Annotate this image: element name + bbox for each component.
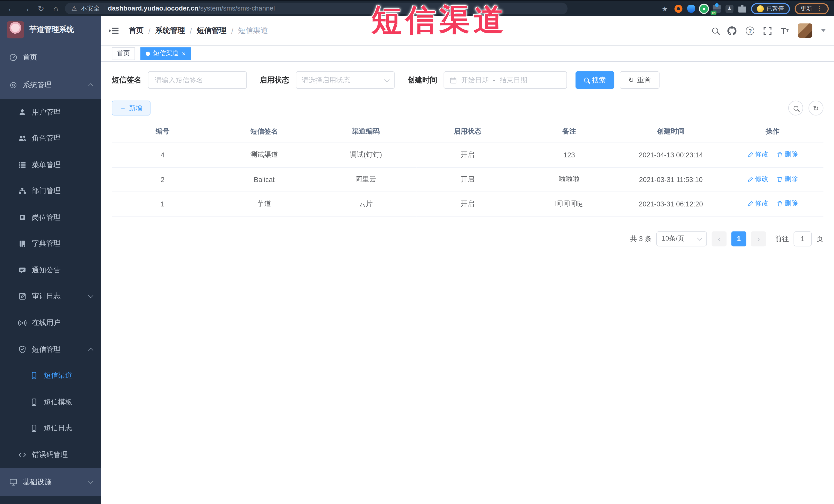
sidebar-item-sms-channel[interactable]: 短信渠道 [0, 363, 101, 389]
toggle-search-button[interactable] [788, 101, 803, 115]
breadcrumb-sms[interactable]: 短信管理 [197, 26, 226, 35]
app-title: 芋道管理系统 [29, 25, 74, 35]
extension-orange-icon[interactable] [674, 5, 682, 13]
edit-pencil-icon [747, 200, 753, 207]
sidebar: 芋道管理系统 首页 系统管理 用户管理 [0, 16, 101, 504]
chevron-up-icon [88, 347, 93, 353]
trash-icon [777, 176, 783, 182]
col-signature: 短信签名 [213, 120, 315, 143]
font-size-icon[interactable]: TT [781, 26, 789, 35]
chevron-down-icon [697, 235, 703, 241]
main-area: 首页 / 系统管理 / 短信管理 / 短信渠道 ? TT [101, 16, 834, 504]
address-bar[interactable]: ⚠ 不安全 dashboard.yudao.iocoder.cn/system/… [65, 3, 568, 14]
book-icon [18, 240, 26, 248]
monitor-icon [9, 478, 18, 486]
sidebar-item-role-mgmt[interactable]: 角色管理 [0, 125, 101, 152]
profile-paused-chip[interactable]: 已暂停 [751, 3, 790, 14]
sidebar-item-post-mgmt[interactable]: 岗位管理 [0, 204, 101, 231]
extensions-puzzle-icon[interactable] [738, 5, 746, 13]
edit-link[interactable]: 修改 [747, 199, 768, 208]
sidebar-item-online-users[interactable]: 在线用户 [0, 310, 101, 336]
sidebar-item-infra[interactable]: 基础设施 [0, 468, 101, 496]
browser-forward-icon[interactable]: → [20, 2, 32, 16]
sidebar-item-sms-log[interactable]: 短信日志 [0, 415, 101, 442]
sidebar-item-sms-mgmt[interactable]: 短信管理 [0, 336, 101, 363]
refresh-table-button[interactable]: ↻ [809, 101, 824, 115]
tag-close-icon[interactable]: × [182, 50, 186, 57]
delete-link[interactable]: 删除 [777, 150, 798, 159]
search-icon[interactable] [712, 28, 718, 34]
extension-green-icon[interactable] [700, 5, 708, 13]
extension-profile-icon[interactable]: ♟ [725, 5, 733, 13]
page-content: 短信签名 启用状态 请选择启用状态 创建时间 开始日期 - 结束日期 [101, 62, 834, 504]
browser-menu-kebab-icon[interactable]: ⋮ [816, 5, 823, 12]
tag-sms-channel[interactable]: 短信渠道 × [140, 47, 191, 60]
page-number-1[interactable]: 1 [731, 231, 746, 246]
next-page-button[interactable]: › [751, 231, 766, 246]
extension-blue-icon[interactable] [687, 5, 695, 13]
sidebar-item-user-mgmt[interactable]: 用户管理 [0, 99, 101, 125]
docs-help-icon[interactable]: ? [746, 26, 754, 35]
sidebar-item-home[interactable]: 首页 [0, 44, 101, 71]
breadcrumb-home[interactable]: 首页 [129, 26, 144, 35]
profile-avatar-emoji [757, 5, 764, 12]
breadcrumb-system[interactable]: 系统管理 [155, 26, 185, 35]
status-select[interactable]: 请选择启用状态 [296, 71, 395, 89]
page-url: dashboard.yudao.iocoder.cn/system/sms/sm… [108, 5, 275, 12]
table-row: 1 芋道 云片 开启 呵呵呵哒 2021-03-31 06:12:20 修改 删… [112, 192, 823, 216]
edit-link[interactable]: 修改 [747, 175, 768, 183]
delete-link[interactable]: 删除 [777, 175, 798, 183]
user-icon [18, 108, 26, 116]
browser-reload-icon[interactable]: ↻ [35, 2, 47, 16]
announcement-icon [18, 266, 26, 275]
github-icon[interactable] [727, 26, 737, 35]
url-domain: dashboard.yudao.iocoder.cn [108, 5, 198, 12]
tag-home[interactable]: 首页 [112, 47, 135, 60]
edit-link[interactable]: 修改 [747, 150, 768, 159]
sidebar-item-dict-mgmt[interactable]: 字典管理 [0, 231, 101, 257]
chevron-down-icon [384, 76, 390, 82]
sidebar-item-notice-mgmt[interactable]: 通知公告 [0, 257, 101, 283]
sidebar-item-sms-template[interactable]: 短信模板 [0, 389, 101, 415]
breadcrumb: 首页 / 系统管理 / 短信管理 / 短信渠道 [129, 26, 268, 35]
delete-link[interactable]: 删除 [777, 199, 798, 208]
browser-toolbar: ← → ↻ ⌂ ⚠ 不安全 dashboard.yudao.iocoder.cn… [0, 0, 834, 16]
table-row: 2 Balicat 阿里云 开启 啦啦啦 2021-03-31 11:53:10… [112, 167, 823, 192]
prev-page-button[interactable]: ‹ [711, 231, 726, 246]
sidebar-collapse-icon[interactable] [109, 25, 119, 36]
sms-channel-table: 编号 短信签名 渠道编码 启用状态 备注 创建时间 操作 4 测试渠道 [112, 120, 823, 216]
sidebar-item-system[interactable]: 系统管理 [0, 71, 101, 99]
extension-grid-icon[interactable]: on [713, 5, 721, 13]
user-avatar[interactable] [798, 23, 812, 38]
extension-tray: ★ on ♟ 已暂停 更新 ⋮ [662, 3, 829, 14]
sidebar-item-dept-mgmt[interactable]: 部门管理 [0, 178, 101, 204]
browser-update-button[interactable]: 更新 ⋮ [795, 3, 829, 14]
online-signal-icon [18, 319, 26, 327]
date-range-picker[interactable]: 开始日期 - 结束日期 [443, 71, 567, 89]
search-button[interactable]: 搜索 [575, 71, 614, 89]
phone-icon [30, 398, 38, 406]
signature-input[interactable] [148, 71, 247, 89]
shield-icon [18, 345, 26, 353]
not-secure-label: 不安全 [81, 4, 100, 13]
table-toolbar: ＋ 新增 ↻ [112, 101, 823, 115]
phone-icon [30, 424, 38, 433]
sidebar-item-errcode-mgmt[interactable]: 错误码管理 [0, 442, 101, 468]
user-menu-caret-icon[interactable] [821, 29, 826, 32]
screenshot-root: 短信渠道 ← → ↻ ⌂ ⚠ 不安全 dashboard.yudao.iocod… [0, 0, 834, 504]
sidebar-item-menu-mgmt[interactable]: 菜单管理 [0, 152, 101, 178]
goto-page-input[interactable] [794, 231, 812, 246]
reset-button[interactable]: ↻ 重置 [620, 71, 659, 89]
phone-icon [30, 372, 38, 380]
bookmark-star-icon[interactable]: ★ [662, 5, 670, 13]
start-date-placeholder: 开始日期 [461, 75, 489, 85]
create-time-label: 创建时间 [408, 75, 437, 85]
browser-home-icon[interactable]: ⌂ [50, 2, 62, 16]
page-size-select[interactable]: 10条/页 [656, 231, 707, 246]
sidebar-item-audit-log[interactable]: 审计日志 [0, 283, 101, 310]
tags-view-bar: 首页 短信渠道 × [101, 46, 834, 62]
browser-back-icon[interactable]: ← [5, 2, 17, 16]
app-logo-row[interactable]: 芋道管理系统 [0, 16, 101, 44]
fullscreen-icon[interactable] [763, 26, 772, 35]
add-button[interactable]: ＋ 新增 [112, 101, 150, 115]
